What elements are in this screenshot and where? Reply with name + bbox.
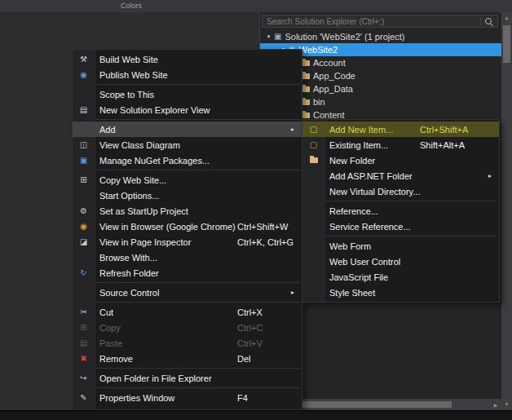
menu-item-web-user-control[interactable]: Web User Control [302, 254, 499, 269]
scroll-down-icon[interactable]: ▼ [501, 399, 512, 410]
menu-item-label: Open Folder in File Explorer [95, 374, 212, 383]
menu-item-manage-nuget-packages[interactable]: ▣Manage NuGet Packages... [73, 153, 302, 168]
menu-item-refresh-folder[interactable]: ↻Refresh Folder [73, 265, 302, 281]
menu-item-add[interactable]: Add▸ [73, 122, 302, 137]
menu-item-view-class-diagram[interactable]: ◫View Class Diagram [73, 137, 302, 153]
menu-item-label: Copy Web Site... [95, 175, 166, 185]
menu-item-build-web-site[interactable]: ⚒Build Web Site [73, 51, 302, 67]
menu-item-source-control[interactable]: Source Control▸ [73, 285, 302, 300]
menu-item-reference[interactable]: Reference... [302, 203, 499, 219]
menu-item-label: Scope to This [95, 90, 154, 99]
search-icon[interactable] [485, 18, 492, 24]
browser-icon: ◉ [73, 223, 95, 231]
vertical-scrollbar[interactable]: ▲ ▼ [501, 12, 512, 410]
menu-separator [95, 282, 300, 283]
submenu-arrow-icon: ▸ [291, 290, 298, 296]
menu-separator [95, 84, 300, 85]
menu-item-label: Properties Window [95, 393, 174, 403]
menu-item-browse-with[interactable]: Browse With... [73, 250, 302, 265]
search-separator [480, 17, 481, 25]
tree-item-label: App_Code [313, 71, 355, 81]
solution-icon: ▣ [274, 33, 281, 41]
publish-icon: ◉ [73, 71, 95, 79]
folder-icon [302, 60, 310, 66]
menu-item-service-reference[interactable]: Service Reference... [302, 219, 499, 234]
menu-item-paste: ▤PasteCtrl+V [73, 335, 302, 351]
menu-separator [95, 368, 300, 369]
new-solution-explorer-view-icon: ▤ [73, 106, 95, 114]
menu-item-view-in-page-inspector[interactable]: ◪View in Page InspectorCtrl+K, Ctrl+G [73, 234, 302, 250]
screen: Colors ▾ ▣ Solution 'WebSite2' (1 projec… [0, 0, 512, 420]
tree-item-label: App_Data [313, 84, 353, 94]
menu-item-label: Manage NuGet Packages... [95, 156, 210, 166]
menu-item-start-options[interactable]: Start Options... [73, 188, 302, 203]
context-menu: ⚒Build Web Site◉Publish Web SiteScope to… [72, 49, 302, 410]
scroll-right-icon[interactable]: ▶ [490, 399, 501, 410]
menu-item-label: Set as StartUp Project [95, 206, 188, 216]
menu-item-new-folder[interactable]: New Folder [302, 153, 499, 168]
menu-item-copy-web-site[interactable]: ⊞Copy Web Site... [73, 172, 302, 188]
menu-item-new-solution-explorer-view[interactable]: ▤New Solution Explorer View [73, 102, 302, 117]
menu-item-existing-item[interactable]: ▢Existing Item...Shift+Alt+A [302, 137, 499, 153]
menu-item-label: Build Web Site [95, 55, 158, 64]
add-submenu: ▢Add New Item...Ctrl+Shift+A▢Existing It… [302, 119, 500, 303]
menu-item-set-as-startup-project[interactable]: ⚙Set as StartUp Project [73, 203, 302, 219]
menu-item-label: Cut [95, 307, 113, 317]
tree-item-label: Solution 'WebSite2' (1 project) [285, 32, 404, 42]
menu-item-label: Style Sheet [324, 288, 375, 298]
add-new-item-icon: ▢ [302, 126, 324, 134]
menu-item-copy: ⊞CopyCtrl+C [73, 320, 302, 335]
menu-item-label: View Class Diagram [95, 140, 180, 150]
expander-expanded-icon: ▾ [265, 33, 272, 40]
scroll-up-icon[interactable]: ▲ [501, 12, 512, 24]
menu-item-style-sheet[interactable]: Style Sheet [302, 285, 499, 300]
menu-item-publish-web-site[interactable]: ◉Publish Web Site [73, 67, 302, 82]
menu-item-scope-to-this[interactable]: Scope to This [73, 86, 302, 102]
menu-item-label: Service Reference... [324, 222, 411, 232]
vertical-scrollbar-thumb[interactable] [503, 25, 510, 63]
properties-window-icon: ✎ [73, 394, 95, 402]
menu-item-label: Source Control [95, 288, 159, 298]
menu-item-shortcut: Shift+Alt+A [420, 140, 488, 150]
build-icon: ⚒ [73, 55, 95, 64]
menu-item-properties-window[interactable]: ✎Properties WindowF4 [73, 390, 302, 405]
top-bar: Colors [0, 0, 512, 12]
menu-item-label: Publish Web Site [95, 70, 168, 80]
menu-item-javascript-file[interactable]: JavaScript File [302, 269, 499, 285]
menu-item-view-in-browser-google-chrome[interactable]: ◉View in Browser (Google Chrome)Ctrl+Shi… [73, 219, 302, 234]
menu-item-new-virtual-directory[interactable]: New Virtual Directory... [302, 183, 499, 199]
tree-item-solution[interactable]: ▾ ▣ Solution 'WebSite2' (1 project) [260, 30, 501, 43]
menu-item-shortcut: Del [237, 354, 291, 364]
open-folder-icon: ↪ [73, 374, 95, 382]
tree-item-label: bin [313, 97, 325, 107]
menu-item-add-new-item[interactable]: ▢Add New Item...Ctrl+Shift+A [302, 122, 499, 137]
bottom-bar [0, 410, 512, 420]
menu-item-remove[interactable]: ✖RemoveDel [73, 351, 302, 366]
folder-icon [302, 113, 310, 118]
search-input[interactable] [263, 15, 477, 27]
menu-item-label: Copy [95, 323, 121, 333]
menu-item-label: Web Form [324, 241, 371, 251]
nuget-icon: ▣ [73, 157, 95, 165]
submenu-arrow-icon: ▸ [291, 126, 298, 133]
menu-item-add-asp-net-folder[interactable]: Add ASP.NET Folder▸ [302, 168, 499, 183]
menu-item-shortcut: F4 [237, 393, 291, 403]
menu-item-label: Reference... [324, 206, 378, 216]
menu-item-label: Add [95, 125, 116, 135]
menu-item-label: New Solution Explorer View [95, 105, 210, 115]
menu-item-open-folder-in-file-explorer[interactable]: ↪Open Folder in File Explorer [73, 370, 302, 386]
menu-item-label: Remove [95, 354, 133, 364]
tree-item-label: Account [313, 58, 346, 68]
folder-icon [302, 73, 310, 79]
menu-item-label: Web User Control [324, 257, 400, 267]
submenu-arrow-icon: ▸ [488, 173, 496, 179]
existing-item-icon: ▢ [302, 141, 324, 149]
menu-separator [325, 201, 497, 201]
paste-icon: ▤ [73, 339, 95, 347]
menu-item-cut[interactable]: ✂CutCtrl+X [73, 304, 302, 320]
menu-item-label: Browse With... [95, 253, 157, 263]
menu-item-shortcut: Ctrl+Shift+W [237, 222, 291, 232]
menu-item-web-form[interactable]: Web Form [302, 238, 499, 254]
folder-shape [310, 157, 318, 163]
new-folder-icon [302, 157, 324, 163]
